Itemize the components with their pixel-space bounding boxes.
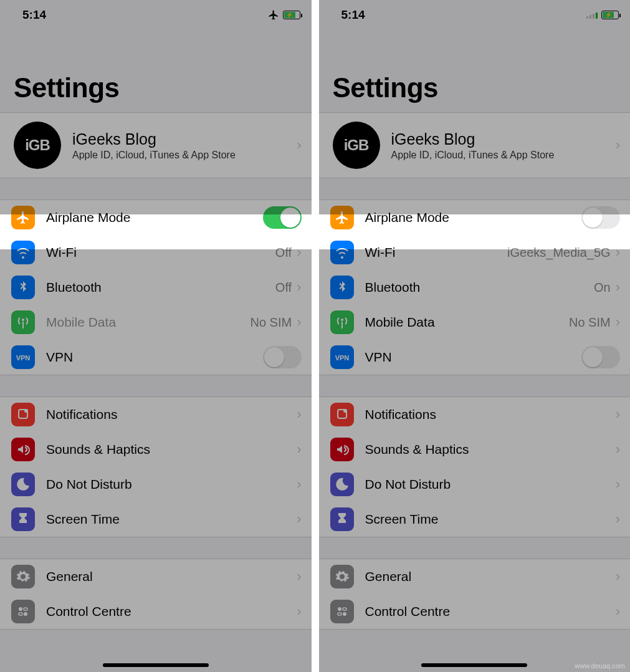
row-notifications[interactable]: Notifications › (0, 397, 312, 432)
row-value: No SIM (569, 315, 611, 330)
row-general[interactable]: General › (319, 559, 631, 594)
svg-text:VPN: VPN (335, 354, 349, 362)
account-subtitle: Apple ID, iCloud, iTunes & App Store (391, 150, 616, 161)
row-value: No SIM (250, 315, 292, 330)
chevron-right-icon: › (297, 279, 301, 295)
wifi-icon (330, 241, 354, 264)
status-bar: 5:14 ⚡ (0, 0, 312, 27)
svg-point-6 (24, 612, 27, 616)
bluetooth-icon (330, 276, 354, 299)
chevron-right-icon: › (297, 603, 301, 620)
row-label: Screen Time (46, 512, 297, 527)
chevron-right-icon: › (616, 441, 620, 458)
svg-point-10 (338, 607, 341, 611)
chevron-right-icon: › (297, 406, 301, 423)
phone-right: 5:14 ⚡Settings iGB iGeeks Blog Apple ID,… (315, 0, 631, 672)
row-sounds-haptics[interactable]: Sounds & Haptics › (0, 432, 312, 467)
moon-icon (11, 473, 35, 496)
control-icon (330, 600, 354, 623)
svg-point-2 (24, 409, 28, 413)
account-name: iGeeks Blog (72, 130, 297, 148)
row-do-not-disturb[interactable]: Do Not Disturb › (0, 467, 312, 502)
row-label: General (365, 569, 616, 584)
chevron-right-icon: › (616, 314, 620, 330)
row-label: Control Centre (365, 604, 616, 619)
row-bluetooth[interactable]: BluetoothOff› (0, 270, 312, 305)
row-label: VPN (365, 350, 582, 365)
row-value: iGeeks_Media_5G (507, 246, 611, 260)
hourglass-icon (11, 507, 35, 531)
svg-point-3 (19, 607, 22, 611)
vpn-toggle[interactable] (263, 346, 302, 368)
svg-point-13 (343, 612, 346, 616)
account-row[interactable]: iGB iGeeks Blog Apple ID, iCloud, iTunes… (319, 112, 631, 178)
chevron-right-icon: › (616, 406, 620, 423)
row-mobile-data[interactable]: Mobile DataNo SIM› (0, 305, 312, 340)
battery-icon: ⚡ (283, 11, 300, 19)
chevron-right-icon: › (297, 244, 301, 261)
phone-left: 5:14 ⚡Settings iGB iGeeks Blog Apple ID,… (0, 0, 315, 672)
chevron-right-icon: › (297, 476, 301, 492)
row-general[interactable]: General › (0, 559, 312, 594)
chevron-right-icon: › (616, 603, 620, 620)
speaker-icon (330, 438, 354, 461)
row-wi-fi[interactable]: Wi-FiiGeeks_Media_5G› (319, 235, 631, 270)
watermark: www.deuaq.com (575, 662, 625, 670)
account-subtitle: Apple ID, iCloud, iTunes & App Store (72, 150, 297, 161)
row-notifications[interactable]: Notifications › (319, 397, 631, 432)
antenna-icon (11, 310, 35, 334)
speaker-icon (11, 438, 35, 461)
row-label: Bluetooth (365, 280, 594, 295)
chevron-right-icon: › (616, 137, 620, 153)
airplane-toggle[interactable] (263, 206, 302, 229)
svg-text:VPN: VPN (16, 354, 31, 362)
row-screen-time[interactable]: Screen Time › (319, 502, 631, 537)
row-vpn[interactable]: VPN VPN (319, 340, 631, 375)
row-label: VPN (46, 350, 263, 365)
row-sounds-haptics[interactable]: Sounds & Haptics › (319, 432, 631, 467)
row-label: Control Centre (46, 604, 297, 619)
bluetooth-icon (11, 276, 35, 299)
bell-icon (11, 403, 35, 426)
status-time: 5:14 (22, 8, 46, 22)
row-wi-fi[interactable]: Wi-FiOff› (0, 235, 312, 270)
page-title: Settings (319, 27, 631, 112)
chevron-right-icon: › (297, 314, 301, 330)
row-label: Wi-Fi (365, 245, 508, 260)
status-bar: 5:14 ⚡ (319, 0, 631, 27)
airplane-mode-icon (268, 9, 279, 21)
airplane-icon (11, 206, 35, 229)
gear-icon (330, 565, 354, 588)
svg-rect-5 (19, 613, 22, 615)
vpn-toggle[interactable] (581, 346, 620, 368)
row-value: Off (275, 281, 292, 295)
svg-rect-11 (343, 608, 346, 610)
row-label: Notifications (365, 407, 616, 422)
row-bluetooth[interactable]: BluetoothOn› (319, 270, 631, 305)
row-label: Do Not Disturb (365, 477, 616, 492)
row-control-centre[interactable]: Control Centre › (319, 594, 631, 629)
row-label: Screen Time (365, 512, 616, 527)
airplane-toggle[interactable] (581, 206, 620, 229)
row-label: Wi-Fi (46, 245, 275, 260)
row-screen-time[interactable]: Screen Time › (0, 502, 312, 537)
row-mobile-data[interactable]: Mobile DataNo SIM› (319, 305, 631, 340)
control-icon (11, 600, 35, 623)
svg-rect-4 (24, 608, 27, 610)
row-do-not-disturb[interactable]: Do Not Disturb › (319, 467, 631, 502)
account-name: iGeeks Blog (391, 130, 616, 148)
moon-icon (330, 473, 354, 496)
row-label: Notifications (46, 407, 297, 422)
svg-point-9 (343, 409, 347, 413)
row-airplane-mode[interactable]: Airplane Mode (0, 200, 312, 235)
chevron-right-icon: › (297, 137, 301, 153)
status-icons: ⚡ (268, 9, 300, 21)
chevron-right-icon: › (616, 244, 620, 261)
row-vpn[interactable]: VPN VPN (0, 340, 312, 375)
chevron-right-icon: › (616, 511, 620, 527)
account-row[interactable]: iGB iGeeks Blog Apple ID, iCloud, iTunes… (0, 112, 312, 178)
row-control-centre[interactable]: Control Centre › (0, 594, 312, 629)
avatar: iGB (14, 122, 61, 169)
antenna-icon (330, 310, 354, 334)
row-airplane-mode[interactable]: Airplane Mode (319, 200, 631, 235)
